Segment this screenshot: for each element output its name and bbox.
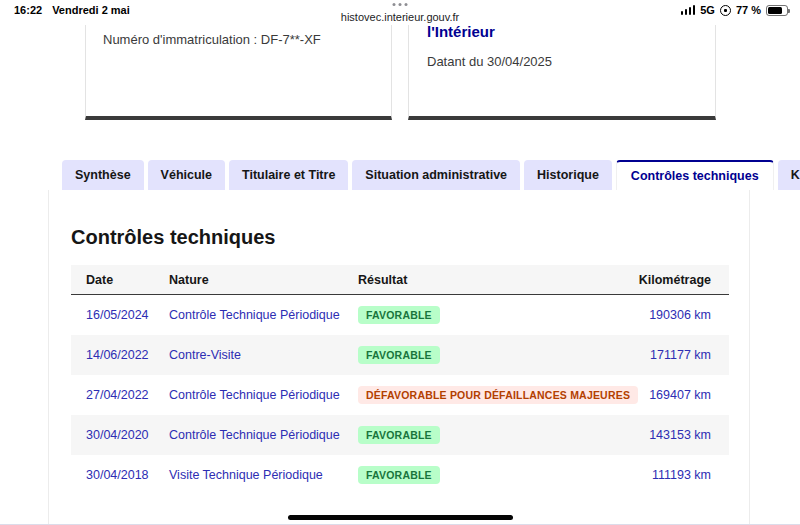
cellular-signal-icon [681,5,696,15]
status-time-date: 16:22 Vendredi 2 mai [14,4,130,16]
certificate-title: l'Intérieur [427,25,715,40]
cell-resultat: FAVORABLE [343,346,609,365]
registration-number-text: Numéro d'immatriculation : DF-7**-XF [103,32,391,47]
col-header-date: Date [71,273,154,287]
cell-date: 14/06/2022 [71,348,154,362]
tab-synth-se[interactable]: Synthèse [62,160,144,190]
col-header-resultat: Résultat [343,273,609,287]
card-registration: Numéro d'immatriculation : DF-7**-XF [85,25,392,120]
cell-kilometrage: 111193 km [609,468,729,482]
controles-techniques-panel: Contrôles techniques Date Nature Résulta… [48,190,750,525]
status-badge: FAVORABLE [358,466,440,485]
cell-date: 30/04/2020 [71,428,154,442]
cell-date: 30/04/2018 [71,468,154,482]
card-certificate: l'Intérieur Datant du 30/04/2025 [408,25,716,120]
table-row: 30/04/2018Visite Technique PériodiqueFAV… [71,455,729,495]
cell-kilometrage: 190306 km [609,308,729,322]
table-row: 27/04/2022Contrôle Technique PériodiqueD… [71,375,729,415]
col-header-nature: Nature [154,273,343,287]
cell-kilometrage: 169407 km [609,388,729,402]
cell-resultat: FAVORABLE [343,306,609,325]
status-icons: 5G 77 % [681,4,788,16]
network-type-label: 5G [700,4,715,16]
cell-nature: Contrôle Technique Périodique [154,388,343,402]
table-row: 16/05/2024Contrôle Technique PériodiqueF… [71,295,729,335]
status-date: Vendredi 2 mai [52,4,130,16]
tab-titulaire-et-titre[interactable]: Titulaire et Titre [229,160,348,190]
status-badge: FAVORABLE [358,306,440,325]
home-indicator[interactable] [288,515,513,520]
tab-historique[interactable]: Historique [524,160,612,190]
tab-situation-administrative[interactable]: Situation administrative [352,160,520,190]
cell-date: 27/04/2022 [71,388,154,402]
status-badge: FAVORABLE [358,426,440,445]
status-badge: DÉFAVORABLE POUR DÉFAILLANCES MAJEURES [358,386,638,405]
col-header-kilometrage: Kilométrage [609,273,729,287]
table-row: 14/06/2022Contre-VisiteFAVORABLE171177 k… [71,335,729,375]
summary-cards-row: Numéro d'immatriculation : DF-7**-XF l'I… [0,25,800,120]
ipad-screen: 16:22 Vendredi 2 mai histovec.interieur.… [0,0,800,525]
cell-kilometrage: 171177 km [609,348,729,362]
cell-resultat: DÉFAVORABLE POUR DÉFAILLANCES MAJEURES [343,386,609,405]
cell-kilometrage: 143153 km [609,428,729,442]
table-header-row: Date Nature Résultat Kilométrage [71,265,729,295]
tab-bar: SynthèseVéhiculeTitulaire et TitreSituat… [62,160,800,190]
certificate-date: Datant du 30/04/2025 [427,54,715,69]
battery-icon [766,5,788,16]
cell-nature: Contrôle Technique Périodique [154,428,343,442]
multitasking-dots-icon[interactable] [393,3,408,6]
tab-kilom-trage[interactable]: Kilométrage [778,160,800,190]
cell-resultat: FAVORABLE [343,466,609,485]
table-row: 30/04/2020Contrôle Technique PériodiqueF… [71,415,729,455]
cell-nature: Visite Technique Périodique [154,468,343,482]
battery-percent-label: 77 % [736,4,761,16]
safari-url-bar[interactable]: histovec.interieur.gouv.fr [341,11,459,23]
inspections-table: Date Nature Résultat Kilométrage 16/05/2… [71,265,729,495]
page-title: Contrôles techniques [71,226,749,249]
rotation-lock-icon [720,5,731,16]
status-badge: FAVORABLE [358,346,440,365]
cell-nature: Contrôle Technique Périodique [154,308,343,322]
table-body: 16/05/2024Contrôle Technique PériodiqueF… [71,295,729,495]
status-time: 16:22 [14,4,42,16]
cell-nature: Contre-Visite [154,348,343,362]
cell-date: 16/05/2024 [71,308,154,322]
cell-resultat: FAVORABLE [343,426,609,445]
tab-contr-les-techniques[interactable]: Contrôles techniques [616,160,774,190]
status-bar: 16:22 Vendredi 2 mai histovec.interieur.… [0,0,800,24]
tab-v-hicule[interactable]: Véhicule [148,160,225,190]
